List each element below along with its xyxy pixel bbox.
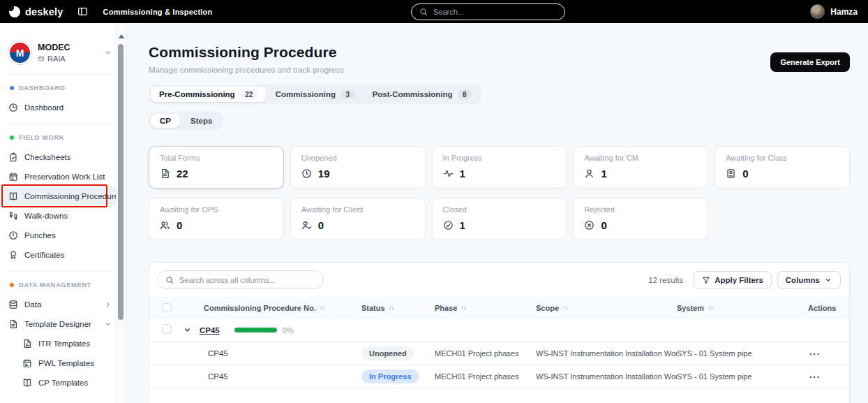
sort-arrows-icon[interactable]: ↑↓ [562,304,568,312]
search-icon [419,8,428,16]
page-title: Commissioning Procedure [149,44,344,61]
table-row[interactable]: CP45UnopenedMECH01 Project phasesWS-INST… [149,342,849,365]
stat-card-awaiting-for-ops[interactable]: Awaiting for OPS0 [149,198,284,240]
stat-cards-row-2: Awaiting for OPS0Awaiting for Client0Clo… [149,198,850,240]
funnel-icon [702,276,710,284]
stat-label: Closed [443,205,556,214]
sidebar-item-commissioning-procedures[interactable]: Commissioning Procedures [3,186,118,205]
pie-icon [8,103,18,112]
section-label-text: FIELD WORK [19,133,64,141]
sort-arrows-icon[interactable]: ↑↓ [389,304,394,312]
sort-arrows-icon[interactable]: ↑↓ [320,304,325,312]
section-label-text: DATA MANAGEMENT [19,281,91,288]
select-all-checkbox[interactable] [162,303,172,313]
row-actions-button[interactable]: ··· [808,349,821,359]
stat-card-awaiting-for-client[interactable]: Awaiting for Client0 [290,198,426,240]
calendar-icon [22,358,32,368]
sidebar-item-punches[interactable]: Punches [3,226,118,244]
group-row[interactable]: CP45 0% [149,318,849,342]
footprints-icon [8,211,18,221]
sidebar-item-certificates[interactable]: Certificates [3,245,118,264]
scrollbar-thumb[interactable] [118,44,124,320]
search-icon [165,276,174,284]
sidebar-toggle-icon[interactable] [77,6,88,17]
topbar: deskely Commissioning & Inspection Hamza [0,0,868,23]
cp-group-link[interactable]: CP45 [200,326,220,335]
cell-system: SYS - 01 System pipe [677,372,808,381]
sidebar-item-checksheets[interactable]: Checksheets [3,147,118,166]
column-header-label: Commissioning Procedure No. [204,304,316,312]
stat-card-rejected[interactable]: Rejected0 [573,198,708,240]
cell-phase: MECH01 Project phases [435,372,536,381]
brand-name: deskely [25,6,63,17]
sort-arrows-icon[interactable]: ↑↓ [461,304,466,312]
apply-filters-button[interactable]: Apply Filters [694,271,772,289]
stat-card-total-forms[interactable]: Total Forms22 [149,146,284,189]
user-name: Hamza [830,7,858,17]
stat-value: 1 [460,168,465,179]
org-switcher[interactable]: M MODEC RAIA [8,41,112,64]
stat-card-unopened[interactable]: Unopened19 [290,146,426,189]
column-header-commissioning-procedure-no[interactable]: Commissioning Procedure No.↑↓ [183,304,361,312]
table-header-row: Commissioning Procedure No.↑↓Status↑↓Pha… [149,297,849,318]
stat-label: Awaiting for Client [301,205,414,214]
stat-card-closed[interactable]: Closed1 [432,198,567,240]
column-header-scope[interactable]: Scope↑↓ [536,304,677,312]
sidebar-item-label: Data [24,300,41,309]
status-badge: Unopened [361,346,414,360]
expand-chevron-icon[interactable] [183,325,192,335]
sidebar-item-cp-templates[interactable]: CP Templates [3,373,118,392]
row-actions-button[interactable]: ··· [808,372,821,382]
tab-pre-commissioning[interactable]: Pre-Commissioning22 [151,87,266,102]
sidebar-item-label: PWL Templates [38,359,94,367]
stat-card-awaiting-for-class[interactable]: Awaiting for Class0 [714,146,850,189]
sidebar-item-dashboard[interactable]: Dashboard [3,98,118,117]
columns-button[interactable]: Columns [777,271,841,289]
user-menu[interactable]: Hamza [810,4,868,19]
row-checkbox[interactable] [162,324,172,334]
column-header-status[interactable]: Status↑↓ [361,304,435,312]
filetext-icon [8,319,18,329]
chevron-right-icon [104,300,112,309]
sort-arrows-icon[interactable]: ↑↓ [708,304,713,312]
sidebar-item-walk-downs[interactable]: Walk-downs [3,206,118,225]
generate-export-button[interactable]: Generate Export [770,52,850,72]
tab-commissioning[interactable]: Commissioning3 [267,87,363,102]
sidebar-scrollbar[interactable] [116,23,125,403]
sidebar-item-pwl-templates[interactable]: PWL Templates [3,353,118,372]
sidebar-item-data[interactable]: Data [3,295,118,314]
table-row[interactable]: CP45In ProgressMECH01 Project phasesWS-I… [149,365,849,388]
sidebar-item-preservation-work-list[interactable]: Preservation Work List [3,167,118,186]
chevron-down-icon [103,48,112,57]
sidebar-item-label: Walk-downs [24,212,68,220]
sidebar-item-label: CP Templates [38,379,88,387]
column-header-label: System [677,304,704,312]
brand-logo[interactable]: deskely [0,6,63,17]
stat-value: 1 [601,168,606,179]
section-label: DATA MANAGEMENT [10,281,112,288]
global-search[interactable] [411,3,565,20]
global-search-input[interactable] [433,8,557,16]
stat-card-in-progress[interactable]: In Progress1 [432,146,567,189]
sidebar-item-itr-templates[interactable]: ITR Templates [3,334,118,353]
sidebar-item-label: ITR Templates [38,339,90,348]
scroll-up-arrow-icon[interactable] [119,34,124,38]
toggle-cp[interactable]: CP [151,114,180,128]
stat-value: 19 [318,168,330,179]
sidebar-sections: DASHBOARDDashboardFIELD WORKChecksheetsP… [8,74,112,392]
sidebar-section-data-management: DATA MANAGEMENTDataTemplate DesignerITR … [8,271,112,392]
section-label: DASHBOARD [10,84,112,91]
avatar [810,4,825,19]
column-header-system[interactable]: System↑↓ [677,304,808,312]
count-badge: 3 [341,89,354,99]
count-badge: 8 [458,89,472,99]
table-search-input[interactable] [179,276,315,284]
tab-post-commissioning[interactable]: Post-Commissioning8 [364,87,480,102]
stat-card-awaiting-for-cm[interactable]: Awaiting for CM1 [573,146,708,189]
sidebar-item-template-designer[interactable]: Template Designer [3,314,118,333]
toggle-steps[interactable]: Steps [181,114,221,128]
column-header-phase[interactable]: Phase↑↓ [435,304,536,312]
table-search[interactable] [157,270,324,289]
segment-label: Pre-Commissioning [159,90,235,98]
file-icon [160,168,170,179]
